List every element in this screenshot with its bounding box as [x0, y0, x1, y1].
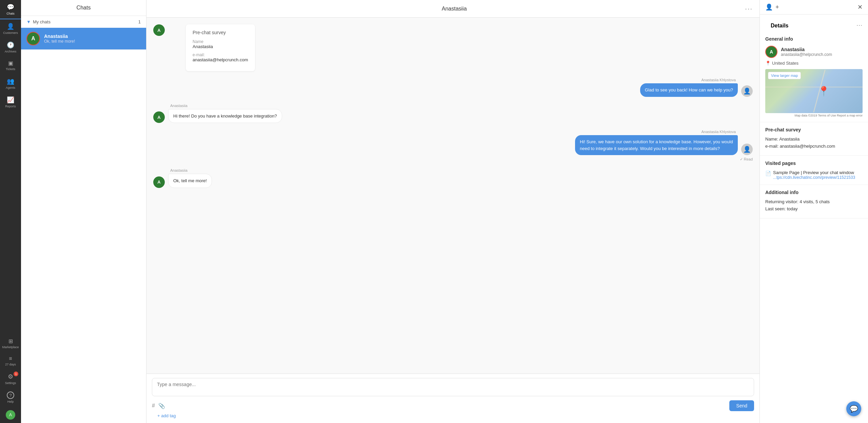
add-user-icon[interactable]: 👤 [765, 3, 773, 11]
survey-card-title: Pre-chat survey [193, 30, 248, 35]
survey-email-value: anastasiia@helpcrunch.com [780, 144, 835, 149]
customer-avatar-2: A [153, 176, 165, 188]
details-header-actions: 👤 + [765, 3, 779, 11]
sidebar-item-chats[interactable]: 💬 Chats [0, 0, 21, 19]
chat-list-header: Chats [21, 0, 146, 16]
chat-list-item[interactable]: A Anastasiia Ok, tell me more! [21, 28, 146, 50]
sidebar-item-help[interactable]: ? Help [0, 388, 21, 407]
outgoing-bubble-1: Glad to see you back! How can we help yo… [640, 83, 738, 97]
survey-email-label: e-mail: [765, 144, 778, 149]
map-footer: Map data ©2019 Terms of Use Report a map… [765, 114, 863, 117]
close-button[interactable]: ✕ [857, 3, 863, 11]
visited-page-details: Sample Page | Preview your chat window .… [773, 170, 855, 180]
returning-visitor-label: Returning visitor: [765, 199, 798, 204]
sidebar-item-archives[interactable]: 🕐 Archives [0, 38, 21, 57]
map-pin: 📍 [818, 86, 830, 97]
chat-item-preview: Ok, tell me more! [44, 39, 141, 44]
agent-avatar-1: 👤 [741, 85, 753, 97]
survey-email-row: e-mail: anastasiia@helpcrunch.com [765, 144, 863, 149]
sidebar-item-reports[interactable]: 📈 Reports [0, 93, 21, 111]
incoming-row-2: A Ok, tell me more! [153, 174, 753, 188]
message-input-area: # 📎 Send + add tag [146, 374, 760, 423]
details-more-button[interactable]: ··· [856, 22, 863, 29]
sidebar-item-label: Reports [5, 105, 16, 108]
agent-avatar-2: 👤 [741, 144, 753, 155]
general-info-avatar: A [765, 46, 777, 58]
chat-header-title: Anastasiia [163, 6, 745, 12]
outgoing-bubble-2: Hi! Sure, we have our own solution for a… [575, 135, 738, 155]
trial-icon: ≡ [9, 356, 12, 362]
details-title: Details [765, 19, 794, 31]
sidebar-item-label: 27 days [5, 363, 16, 366]
outgoing-sender-1: Anastasiia Khlystova [153, 78, 753, 82]
survey-email-value: anastasiia@helpcrunch.com [193, 57, 248, 62]
input-toolbar: # 📎 Send [152, 400, 754, 411]
outgoing-message-2: Anastasiia Khlystova 👤 Hi! Sure, we have… [153, 130, 753, 162]
read-status: ✓ Read [153, 157, 753, 162]
details-panel: 👤 + ✕ Details ··· General info A Anastas… [760, 0, 868, 423]
add-plus-icon[interactable]: + [775, 4, 779, 11]
my-chats-count: 1 [138, 19, 141, 24]
chats-icon: 💬 [7, 3, 14, 11]
sidebar-item-trial[interactable]: ≡ 27 days [0, 352, 21, 369]
add-tag-button[interactable]: + add tag [152, 411, 754, 419]
survey-avatar: A [153, 24, 165, 36]
message-input[interactable] [152, 378, 754, 396]
pre-chat-survey-section: Pre-chat survey Name: Anastasiia e-mail:… [760, 122, 868, 156]
general-info-user: A Anastasiia anastasiia@helpcrunch.com [765, 46, 863, 58]
incoming-bubble-2: Ok, tell me more! [168, 174, 212, 188]
location-text: United States [772, 61, 798, 66]
sidebar-item-profile[interactable]: A [0, 407, 21, 423]
visited-page-url[interactable]: ...tps://cdn.livechatinc.com/preview/115… [773, 175, 855, 180]
messages-area: A Pre-chat survey Name Anastasiia e-mail… [146, 18, 760, 374]
survey-name-label: Name: [765, 136, 778, 142]
profile-avatar: A [6, 410, 15, 420]
chat-more-button[interactable]: ··· [745, 5, 753, 13]
sidebar-item-label: Chats [6, 12, 15, 15]
sidebar-item-settings[interactable]: 1 ⚙ Settings [0, 369, 21, 388]
archives-icon: 🕐 [7, 41, 14, 49]
chat-list-panel: Chats ▼ My chats 1 A Anastasiia Ok, tell… [21, 0, 146, 423]
outgoing-message-1: Anastasiia Khlystova 👤 Glad to see you b… [153, 78, 753, 97]
survey-name-value: Anastasiia [193, 44, 248, 49]
sidebar-item-label: Agents [6, 86, 15, 89]
customers-icon: 👤 [7, 23, 14, 30]
marketplace-icon: ⊞ [8, 338, 13, 344]
my-chats-section[interactable]: ▼ My chats 1 [21, 16, 146, 28]
visited-pages-title: Visited pages [765, 161, 863, 166]
send-button[interactable]: Send [729, 400, 754, 411]
outgoing-sender-2: Anastasiia Khlystova [153, 130, 753, 134]
visited-page-item: 📄 Sample Page | Preview your chat window… [765, 170, 863, 180]
customer-avatar-1: A [153, 111, 165, 123]
sidebar-item-agents[interactable]: 👥 Agents [0, 74, 21, 93]
agents-icon: 👥 [7, 78, 14, 85]
sidebar: 💬 Chats 👤 Customers 🕐 Archives ▣ Tickets… [0, 0, 21, 423]
sidebar-item-tickets[interactable]: ▣ Tickets [0, 57, 21, 74]
visited-page-title: Sample Page | Preview your chat window [773, 170, 855, 175]
my-chats-label: My chats [33, 19, 51, 24]
last-seen-label: Last seen: [765, 206, 786, 211]
chat-list-title: Chats [77, 5, 91, 10]
incoming-message-2: Anastasiia A Ok, tell me more! [153, 168, 753, 188]
attachment-icon[interactable]: 📎 [158, 403, 165, 409]
general-info-location: 📍 United States [765, 61, 863, 66]
hashtag-icon[interactable]: # [152, 403, 155, 409]
last-seen-row: Last seen: today [765, 206, 863, 211]
sidebar-item-marketplace[interactable]: ⊞ Marketplace [0, 335, 21, 352]
settings-badge: 1 [14, 372, 18, 376]
incoming-sender-2: Anastasiia [153, 168, 753, 172]
chat-bubble-button[interactable]: 💬 [846, 401, 861, 416]
sidebar-item-label: Archives [5, 50, 17, 53]
general-info-email: anastasiia@helpcrunch.com [781, 52, 832, 57]
sidebar-item-customers[interactable]: 👤 Customers [0, 19, 21, 38]
general-info-title: General info [765, 36, 863, 42]
pre-chat-survey-card: Pre-chat survey Name Anastasiia e-mail: … [186, 24, 255, 71]
pre-chat-survey-title: Pre-chat survey [765, 127, 863, 132]
location-pin-icon: 📍 [765, 61, 771, 66]
map-container: 📍 View larger map [765, 69, 863, 113]
chevron-down-icon: ▼ [26, 19, 31, 24]
chat-item-name: Anastasiia [44, 34, 141, 39]
incoming-row-1: A Hi there! Do you have a knowledge base… [153, 109, 753, 123]
survey-name-row: Name: Anastasiia [765, 136, 863, 142]
map-view-larger-button[interactable]: View larger map [768, 72, 801, 79]
